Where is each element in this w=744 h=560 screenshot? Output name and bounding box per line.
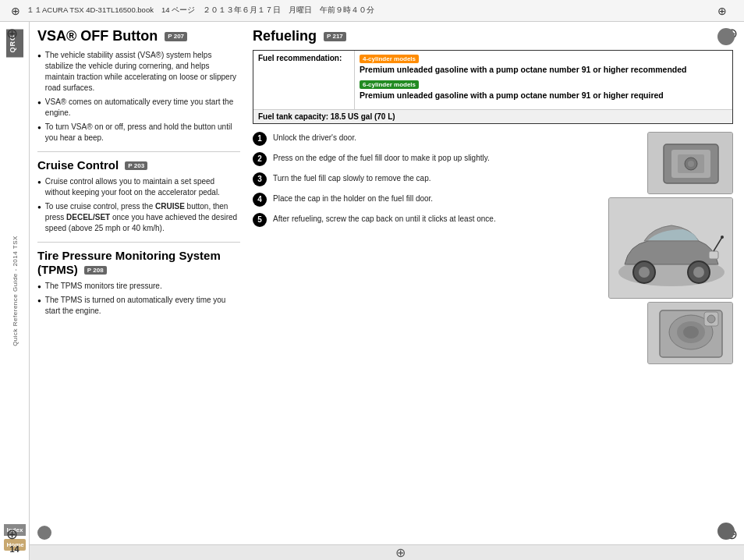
car-exterior-container	[608, 197, 733, 299]
fuel-door-svg	[648, 133, 733, 194]
cruise-bullet-2: To use cruise control, press the CRUISE …	[37, 201, 240, 234]
cyl4-desc: Premium unleaded gasoline with a pump oc…	[360, 65, 728, 76]
fuel-table-header-row: Fuel recommendation: 4-cylinder models P…	[253, 51, 732, 110]
fuel-capacity-row: Fuel tank capacity: 18.5 US gal (70 L)	[253, 110, 732, 123]
cruise-title: Cruise Control P 203	[37, 158, 240, 172]
steps-col: 1 Unlock the driver's door. 2 Press on t…	[253, 132, 602, 364]
vsa-bullet-list: The vehicle stability assist (VSA®) syst…	[37, 50, 240, 144]
sidebar-vertical-label: Quick Reference Guide - 2014 TSX	[11, 236, 18, 346]
steps-list: 1 Unlock the driver's door. 2 Press on t…	[253, 132, 602, 227]
page-container: ⊕ １１ACURA TSX 4D-31TL16500.book 14 ページ ２…	[0, 0, 744, 560]
svg-point-19	[683, 326, 699, 338]
header-crosshair-right-icon: ⊕	[717, 5, 727, 17]
divider-1	[37, 151, 240, 152]
refueling-content: 1 Unlock the driver's door. 2 Press on t…	[253, 132, 733, 364]
bottom-crosshair-icon: ⊕	[395, 545, 406, 560]
header-crosshair-icon: ⊕	[11, 5, 20, 17]
step-1-number: 1	[253, 132, 267, 146]
step-1: 1 Unlock the driver's door.	[253, 132, 602, 146]
fuel-table: Fuel recommendation: 4-cylinder models P…	[253, 50, 733, 124]
step-img-car-exterior	[608, 197, 733, 299]
svg-rect-12	[709, 251, 718, 259]
refueling-page-ref[interactable]: P 217	[324, 32, 346, 41]
vsa-bullet-3: To turn VSA® on or off, press and hold t…	[37, 122, 240, 144]
header-bar: ⊕ １１ACURA TSX 4D-31TL16500.book 14 ページ ２…	[0, 0, 744, 22]
fuel-recommendation-label: Fuel recommendation:	[253, 51, 355, 109]
main-layout: QRG Quick Reference Guide - 2014 TSX Ind…	[0, 22, 744, 560]
cap-holder-svg	[648, 303, 733, 364]
divider-2	[37, 242, 240, 243]
fuel-table-content: 4-cylinder models Premium unleaded gasol…	[355, 51, 732, 109]
step-2-number: 2	[253, 152, 267, 166]
vsa-title: VSA® OFF Button P 207	[37, 28, 240, 45]
refueling-title: Refueling P 217	[253, 28, 733, 45]
step-3-text: Turn the fuel fill cap slowly to remove …	[273, 172, 602, 184]
tpms-bullet-2: The TPMS is turned on automatically ever…	[37, 295, 240, 317]
svg-point-14	[721, 236, 724, 239]
car-svg	[609, 198, 733, 299]
vsa-section: VSA® OFF Button P 207 The vehicle stabil…	[37, 28, 240, 144]
cyl6-desc: Premium unleaded gasoline with a pump oc…	[360, 90, 728, 101]
step-2: 2 Press on the edge of the fuel fill doo…	[253, 152, 602, 166]
corner-bl-icon: ⊕	[6, 526, 18, 543]
step-img-cap-holder	[647, 302, 733, 364]
tpms-title: Tire Pressure Monitoring System (TPMS) P…	[37, 249, 240, 277]
step-5: 5 After refueling, screw the cap back on…	[253, 213, 602, 227]
right-column: Refueling P 217 Fuel recommendation: 4-c…	[253, 28, 733, 538]
step-5-text: After refueling, screw the cap back on u…	[273, 213, 602, 225]
tpms-section: Tire Pressure Monitoring System (TPMS) P…	[37, 249, 240, 317]
bottom-bar: ⊕	[30, 544, 744, 560]
header-text: １１ACURA TSX 4D-31TL16500.book 14 ページ ２０１…	[27, 5, 374, 16]
circle-bottom-left	[37, 526, 51, 540]
content-body: VSA® OFF Button P 207 The vehicle stabil…	[30, 22, 744, 544]
sidebar: QRG Quick Reference Guide - 2014 TSX Ind…	[0, 22, 30, 560]
circle-top-right	[717, 28, 735, 45]
step-2-text: Press on the edge of the fuel fill door …	[273, 152, 602, 164]
cruise-bullet-list: Cruise control allows you to maintain a …	[37, 176, 240, 234]
page-number: 14	[9, 544, 19, 554]
cyl6-tag: 6-cylinder models	[360, 80, 419, 89]
left-column: VSA® OFF Button P 207 The vehicle stabil…	[37, 28, 240, 538]
tpms-bullet-1: The TPMS monitors tire pressure.	[37, 281, 240, 292]
step-1-text: Unlock the driver's door.	[273, 132, 602, 144]
svg-point-21	[707, 315, 715, 323]
vsa-bullet-2: VSA® comes on automatically every time y…	[37, 97, 240, 119]
circle-bottom-right	[717, 523, 735, 540]
step-4-text: Place the cap in the holder on the fuel …	[273, 193, 602, 204]
vsa-bullet-1: The vehicle stability assist (VSA®) syst…	[37, 50, 240, 94]
tpms-page-ref[interactable]: P 208	[84, 266, 107, 275]
vsa-page-ref[interactable]: P 207	[165, 32, 187, 41]
cruise-bullet-1: Cruise control allows you to maintain a …	[37, 176, 240, 198]
svg-point-5	[688, 161, 694, 167]
tpms-bullet-list: The TPMS monitors tire pressure. The TPM…	[37, 281, 240, 317]
step-3: 3 Turn the fuel fill cap slowly to remov…	[253, 172, 602, 186]
step-4: 4 Place the cap in the holder on the fue…	[253, 193, 602, 207]
imgs-col	[608, 132, 733, 364]
cruise-page-ref[interactable]: P 203	[125, 161, 147, 171]
step-img-fuel-door-top	[647, 132, 733, 194]
cruise-section: Cruise Control P 203 Cruise control allo…	[37, 158, 240, 234]
step-3-number: 3	[253, 172, 267, 186]
corner-tl-icon: ⊕	[6, 25, 18, 42]
step-4-number: 4	[253, 193, 267, 207]
cyl4-tag: 4-cylinder models	[360, 55, 419, 63]
step-5-number: 5	[253, 213, 267, 227]
svg-point-11	[693, 267, 704, 278]
content-area: VSA® OFF Button P 207 The vehicle stabil…	[30, 22, 744, 560]
svg-point-9	[639, 267, 650, 278]
